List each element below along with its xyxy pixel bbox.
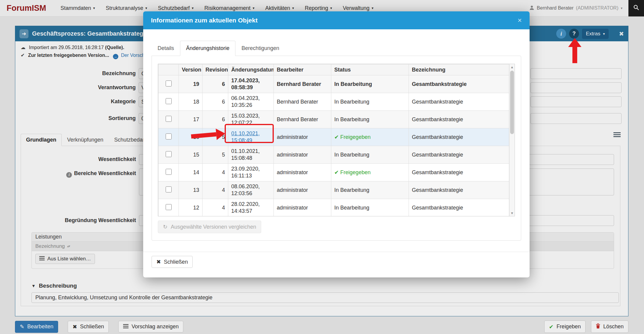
table-cell: Bernhard Berater xyxy=(274,93,331,111)
table-cell: 15 xyxy=(179,146,202,164)
table-cell: administrator xyxy=(274,181,331,199)
scroll-up-icon[interactable]: ▲ xyxy=(510,65,515,69)
column-header: Version xyxy=(179,64,202,75)
table-cell: In Bearbeitung xyxy=(331,93,409,111)
table-row: 15501.10.2021,15:08:48administratorIn Be… xyxy=(158,146,509,164)
table-row: 14423.09.2020,16:11:13administrator✔Frei… xyxy=(158,164,509,181)
table-cell: 4 xyxy=(202,199,228,217)
table-cell xyxy=(158,164,179,181)
modal-title: Informationen zum aktuellen Objekt xyxy=(151,17,258,24)
table-cell: 19 xyxy=(179,75,202,93)
table-row: 19617.04.2023,08:58:39Bernhard BeraterIn… xyxy=(158,75,509,93)
table-cell: 6 xyxy=(202,93,228,111)
refresh-icon: ↻ xyxy=(163,224,167,230)
table-cell: 01.10.2021,15:08:48 xyxy=(228,146,274,164)
modal-tab-1[interactable]: Details xyxy=(152,41,180,56)
table-cell: 17.04.2023,08:58:39 xyxy=(228,75,274,93)
modal-footer: ✖Schließen xyxy=(143,252,530,268)
table-cell: Bernhard Berater xyxy=(274,111,331,128)
scroll-down-icon[interactable]: ▼ xyxy=(510,211,515,215)
column-header: Revision xyxy=(202,64,228,75)
modal-tab-2[interactable]: Änderungshistorie xyxy=(180,41,235,56)
row-checkbox[interactable] xyxy=(166,98,172,104)
row-checkbox[interactable] xyxy=(166,151,172,157)
table-cell: 14 xyxy=(179,164,202,181)
close-icon[interactable]: × xyxy=(518,17,522,24)
column-header: Status xyxy=(331,64,409,75)
column-header: Bezeichnung xyxy=(409,64,509,75)
table-cell: 4 xyxy=(202,164,228,181)
table-cell: administrator xyxy=(274,128,331,146)
table-cell: In Bearbeitung xyxy=(331,111,409,128)
table-cell: administrator xyxy=(274,164,331,181)
close-icon: ✖ xyxy=(156,259,161,265)
table-cell: 08.06.2020,12:03:56 xyxy=(228,181,274,199)
table-cell xyxy=(158,146,179,164)
table-row: 12428.02.2020,14:43:57administratorIn Be… xyxy=(158,199,509,217)
row-checkbox[interactable] xyxy=(166,81,172,86)
modal-close-button[interactable]: ✖Schließen xyxy=(152,256,193,268)
compare-versions-button[interactable]: ↻ Ausgewählte Versionen vergleichen xyxy=(158,221,261,233)
check-icon: ✔ xyxy=(334,134,339,140)
row-checkbox[interactable] xyxy=(166,116,172,122)
table-cell: 6 xyxy=(202,111,228,128)
modal-tab-3[interactable]: Berechtigungen xyxy=(235,41,285,56)
table-cell: Bernhard Berater xyxy=(274,75,331,93)
table-cell: Gesamtbankstrategie xyxy=(409,199,509,217)
check-icon: ✔ xyxy=(334,169,339,175)
table-cell xyxy=(158,111,179,128)
table-cell: 12 xyxy=(179,199,202,217)
table-header-row: VersionRevisionÄnderungsdatumBearbeiterS… xyxy=(158,64,509,75)
table-cell: Gesamtbankstrategie xyxy=(409,128,509,146)
column-header: Bearbeiter xyxy=(274,64,331,75)
info-modal: Informationen zum aktuellen Objekt × Det… xyxy=(143,11,530,277)
annotation-highlight-box xyxy=(225,124,274,143)
column-header: Änderungsdatum xyxy=(228,64,274,75)
table-cell: ✔Freigegeben xyxy=(331,128,409,146)
table-cell: Gesamtbankstrategie xyxy=(409,181,509,199)
table-row: 13408.06.2020,12:03:56administratorIn Be… xyxy=(158,181,509,199)
table-cell xyxy=(158,199,179,217)
table-cell: 23.09.2020,16:11:13 xyxy=(228,164,274,181)
table-cell xyxy=(158,181,179,199)
table-cell: Gesamtbankstrategie xyxy=(409,164,509,181)
scrollbar-thumb[interactable] xyxy=(510,71,514,134)
column-header xyxy=(158,64,179,75)
table-cell: In Bearbeitung xyxy=(331,146,409,164)
table-cell: administrator xyxy=(274,199,331,217)
modal-tabs: DetailsÄnderungshistorieBerechtigungen xyxy=(152,41,521,56)
table-cell xyxy=(158,75,179,93)
modal-tab-content: VersionRevisionÄnderungsdatumBearbeiterS… xyxy=(152,56,521,241)
table-cell: Gesamtbankstrategie xyxy=(409,93,509,111)
table-cell: 6 xyxy=(202,75,228,93)
annotation-arrow-up xyxy=(568,38,581,64)
table-cell: ✔Freigegeben xyxy=(331,164,409,181)
table-row: 17615.03.2023,12:07:22Bernhard BeraterIn… xyxy=(158,111,509,128)
table-cell: In Bearbeitung xyxy=(331,75,409,93)
table-row: 18606.04.2023,10:35:26Bernhard BeraterIn… xyxy=(158,93,509,111)
table-cell xyxy=(158,128,179,146)
table-cell xyxy=(158,93,179,111)
table-cell: 06.04.2023,10:35:26 xyxy=(228,93,274,111)
table-cell: Gesamtbankstrategie xyxy=(409,75,509,93)
table-cell: administrator xyxy=(274,146,331,164)
vertical-scrollbar[interactable]: ▲ ▼ xyxy=(509,64,515,216)
table-cell: 5 xyxy=(202,146,228,164)
table-cell: Gesamtbankstrategie xyxy=(409,111,509,128)
row-checkbox[interactable] xyxy=(166,133,172,139)
table-cell: 4 xyxy=(202,181,228,199)
table-cell: 17 xyxy=(179,111,202,128)
table-cell: In Bearbeitung xyxy=(331,181,409,199)
table-cell: Gesamtbankstrategie xyxy=(409,146,509,164)
table-cell: In Bearbeitung xyxy=(331,199,409,217)
table-cell: 28.02.2020,14:43:57 xyxy=(228,199,274,217)
table-cell: 18 xyxy=(179,93,202,111)
table-cell: 13 xyxy=(179,181,202,199)
row-checkbox[interactable] xyxy=(166,204,172,210)
row-checkbox[interactable] xyxy=(166,186,172,192)
modal-header: Informationen zum aktuellen Objekt × xyxy=(143,11,530,29)
row-checkbox[interactable] xyxy=(166,169,172,175)
